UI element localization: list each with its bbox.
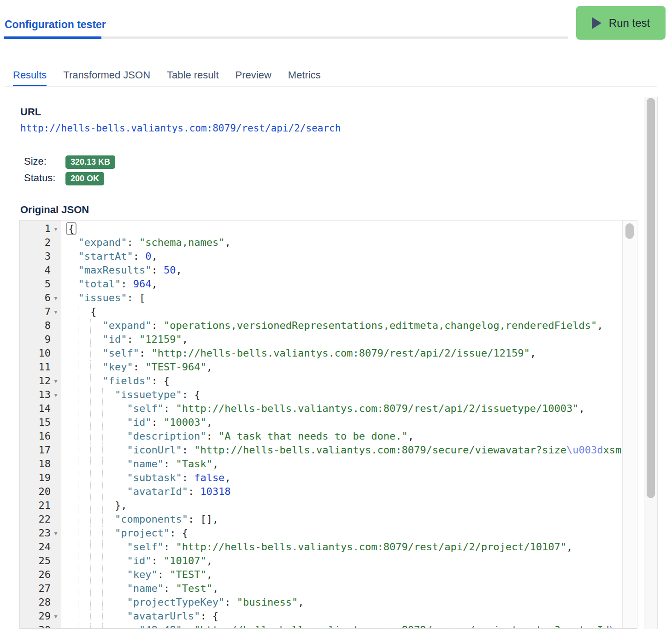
tab-metrics[interactable]: Metrics — [288, 69, 321, 87]
indent-guide — [115, 609, 127, 623]
token: : — [151, 555, 164, 566]
run-test-button[interactable]: Run test — [576, 6, 666, 40]
code-line: 21}, — [20, 499, 622, 512]
code-line: 15"id": "10003", — [20, 416, 622, 429]
gutter-cell: 7▾ — [20, 305, 61, 319]
token: \u003d — [609, 624, 622, 629]
code-text: "48x48": "http://hells-bells.valiantys.c… — [61, 623, 622, 629]
line-number: 18 — [39, 457, 51, 471]
editor-scrollbar — [622, 220, 637, 628]
indent-guide — [66, 333, 78, 346]
token: , — [530, 347, 536, 359]
fold-spacer — [51, 416, 61, 429]
fold-toggle-icon[interactable]: ▾ — [51, 374, 61, 388]
token: "Test" — [176, 583, 212, 594]
indent-guide — [102, 402, 114, 416]
indent-guide — [66, 457, 78, 471]
code-line: 9"id": "12159", — [20, 333, 622, 346]
indent-guide — [66, 485, 78, 499]
token: false — [194, 472, 224, 483]
json-editor[interactable]: 1▾{2"expand": "schema,names",3"startAt":… — [19, 220, 637, 629]
code-text: "self": "http://hells-bells.valiantys.co… — [61, 346, 622, 360]
code-line: 1▾{ — [20, 222, 622, 236]
indent-guide — [102, 609, 114, 623]
indent-guide — [102, 457, 114, 471]
fold-spacer — [51, 429, 61, 443]
fold-toggle-icon[interactable]: ▾ — [51, 222, 61, 236]
indent-guide — [66, 263, 78, 277]
fold-toggle-icon[interactable]: ▾ — [51, 388, 61, 402]
fold-toggle-icon[interactable]: ▾ — [51, 305, 61, 319]
fold-toggle-icon[interactable]: ▾ — [51, 291, 61, 305]
token: : — [164, 458, 176, 470]
indent-guide — [102, 471, 114, 485]
indent-guide — [66, 416, 78, 429]
gutter-cell: 8 — [20, 319, 61, 333]
code-line: 3"startAt": 0, — [20, 250, 622, 263]
gutter-cell: 3 — [20, 250, 61, 263]
token: , — [151, 250, 157, 262]
token: "maxResults" — [78, 264, 151, 276]
fold-spacer — [51, 623, 61, 629]
token: "key" — [127, 569, 157, 580]
fold-toggle-icon[interactable]: ▾ — [51, 526, 61, 540]
token: "12159" — [139, 333, 182, 345]
indent-guide — [90, 429, 102, 443]
indent-guide — [102, 568, 114, 582]
fold-spacer — [51, 499, 61, 512]
token: : { — [151, 375, 170, 387]
token: "schema,names" — [139, 237, 224, 248]
indent-guide — [78, 429, 90, 443]
token: "self" — [127, 541, 163, 553]
tab-results[interactable]: Results — [13, 69, 47, 87]
gutter-cell: 21 — [20, 499, 61, 512]
code-text: "key": "TEST", — [61, 568, 622, 582]
indent-guide — [66, 402, 78, 416]
code-line: 16"description": "A task that needs to b… — [20, 429, 622, 443]
indent-guide — [66, 540, 78, 554]
line-number: 9 — [45, 333, 51, 346]
size-badge: 320.13 KB — [65, 155, 115, 169]
url-link[interactable]: http://hells-bells.valiantys.com:8079/re… — [20, 123, 341, 134]
fold-toggle-icon[interactable]: ▾ — [51, 609, 61, 623]
line-number: 7 — [45, 305, 51, 319]
code-text: "self": "http://hells-bells.valiantys.co… — [61, 402, 622, 416]
token: { — [66, 222, 77, 235]
token: , — [176, 264, 182, 276]
token: "self" — [127, 403, 163, 414]
token: , — [206, 417, 212, 428]
gutter-cell: 1▾ — [20, 222, 61, 236]
code-line: 4"maxResults": 50, — [20, 263, 622, 277]
indent-guide — [66, 443, 78, 457]
indent-guide — [66, 582, 78, 595]
tab-table-result[interactable]: Table result — [167, 69, 219, 87]
token: , — [224, 237, 230, 248]
code-text: "projectTypeKey": "business", — [61, 595, 622, 609]
indent-guide — [66, 471, 78, 485]
token: "name" — [127, 458, 163, 470]
fold-spacer — [51, 457, 61, 471]
code-text: "expand": "schema,names", — [61, 236, 622, 250]
indent-guide — [78, 582, 90, 595]
gutter-cell: 26 — [20, 568, 61, 582]
original-json-heading: Original JSON — [20, 204, 89, 216]
gutter-cell: 24 — [20, 540, 61, 554]
gutter-cell: 19 — [20, 471, 61, 485]
indent-guide — [66, 250, 78, 263]
tab-transformed-json[interactable]: Transformed JSON — [63, 69, 150, 87]
page-scrollbar-thumb[interactable] — [647, 98, 655, 498]
line-number: 19 — [39, 471, 51, 485]
editor-scrollbar-thumb[interactable] — [625, 223, 634, 239]
tab-preview[interactable]: Preview — [236, 69, 271, 87]
indent-guide — [66, 499, 78, 512]
page-title[interactable]: Configuration tester — [5, 18, 106, 31]
fold-spacer — [51, 595, 61, 609]
code-text: "id": "12159", — [61, 333, 622, 346]
code-text: { — [61, 305, 622, 319]
code-text: "subtask": false, — [61, 471, 622, 485]
token: "48x48" — [139, 624, 182, 629]
token: "10003" — [164, 417, 206, 428]
code-line: 12▾"fields": { — [20, 374, 622, 388]
code-text: "self": "http://hells-bells.valiantys.co… — [61, 540, 622, 554]
code-text: "project": { — [61, 526, 622, 540]
